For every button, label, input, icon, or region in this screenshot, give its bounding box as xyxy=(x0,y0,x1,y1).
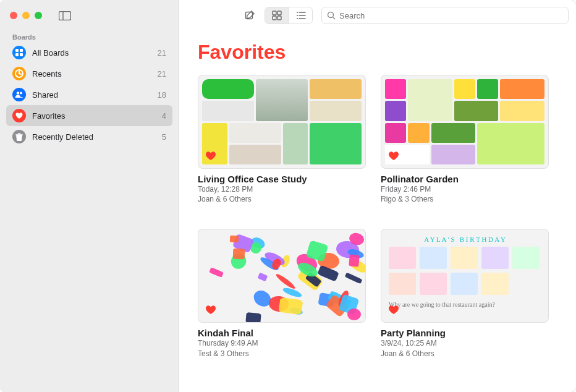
board-people: Test & 3 Others xyxy=(198,349,366,359)
grid-icon xyxy=(12,46,26,59)
view-switcher xyxy=(265,7,313,24)
zoom-window-button[interactable] xyxy=(35,12,42,19)
trash-icon xyxy=(12,130,26,143)
clock-icon xyxy=(12,67,26,80)
svg-rect-3 xyxy=(20,49,23,52)
svg-rect-13 xyxy=(277,11,281,15)
grid-icon xyxy=(272,11,282,20)
search-field[interactable] xyxy=(321,7,569,24)
sidebar-item-count: 21 xyxy=(158,48,166,58)
svg-rect-2 xyxy=(15,49,19,52)
sidebar-icon xyxy=(59,11,71,20)
list-icon xyxy=(296,11,306,20)
svg-point-8 xyxy=(20,92,22,95)
board-card[interactable]: Kindah FinalThursday 9:49 AMTest & 3 Oth… xyxy=(198,229,366,358)
search-icon xyxy=(327,11,336,20)
sidebar-item-recents[interactable]: Recents21 xyxy=(6,63,172,84)
svg-rect-10 xyxy=(15,134,23,135)
board-title: Party Planning xyxy=(381,328,549,338)
sidebar-item-label: Recents xyxy=(32,69,62,79)
titlebar-left xyxy=(0,0,179,31)
compose-icon xyxy=(244,10,255,21)
sidebar-section-label: Boards xyxy=(0,31,179,42)
board-date: Friday 2:46 PM xyxy=(381,184,549,194)
board-people: Joan & 6 Others xyxy=(381,349,549,359)
svg-point-22 xyxy=(328,12,334,18)
main-area: Favorites Living Office Case StudyToday,… xyxy=(179,0,576,392)
svg-rect-5 xyxy=(20,53,23,56)
sidebar-item-count: 21 xyxy=(158,69,166,79)
favorite-badge[interactable] xyxy=(203,148,218,163)
board-card[interactable]: Living Office Case StudyToday, 12:28 PMJ… xyxy=(198,75,366,204)
svg-line-23 xyxy=(333,17,335,19)
heart-icon xyxy=(12,109,26,122)
svg-rect-4 xyxy=(15,53,19,56)
heart-icon xyxy=(388,305,399,315)
list-view-button[interactable] xyxy=(289,7,312,23)
sidebar-item-count: 18 xyxy=(158,90,166,100)
heart-icon xyxy=(205,305,216,315)
sidebar-item-count: 4 xyxy=(162,111,166,121)
grid-view-button[interactable] xyxy=(265,7,289,23)
content-area: Favorites Living Office Case StudyToday,… xyxy=(179,31,576,392)
sidebar: Boards All Boards21Recents21Shared18Favo… xyxy=(0,0,179,392)
sidebar-item-label: Shared xyxy=(32,90,58,100)
svg-rect-12 xyxy=(273,11,276,15)
sidebar-item-label: Favorites xyxy=(32,111,65,121)
boards-grid: Living Office Case StudyToday, 12:28 PMJ… xyxy=(198,75,557,359)
board-card[interactable]: A Y L A ' S B I R T H D A YWhy are we go… xyxy=(381,229,549,358)
minimize-window-button[interactable] xyxy=(22,12,30,19)
board-date: Thursday 9:49 AM xyxy=(198,338,366,348)
sidebar-item-all-boards[interactable]: All Boards21 xyxy=(6,42,172,63)
board-title: Living Office Case Study xyxy=(198,174,366,184)
favorite-badge[interactable] xyxy=(386,148,401,163)
page-title: Favorites xyxy=(198,41,557,64)
svg-rect-9 xyxy=(18,133,21,134)
people-icon xyxy=(12,88,26,101)
sidebar-toggle-button[interactable] xyxy=(54,7,75,23)
board-card[interactable]: Pollinator GardenFriday 2:46 PMRigo & 3 … xyxy=(381,75,549,204)
sidebar-list: All Boards21Recents21Shared18Favorites4R… xyxy=(0,42,179,147)
board-title: Kindah Final xyxy=(198,328,366,338)
toolbar xyxy=(179,0,576,31)
svg-rect-0 xyxy=(59,11,71,20)
traffic-lights xyxy=(10,12,42,19)
sidebar-item-recently-deleted[interactable]: Recently Deleted5 xyxy=(6,126,172,147)
board-people: Joan & 6 Others xyxy=(198,194,366,204)
svg-point-7 xyxy=(17,92,20,95)
sidebar-item-count: 5 xyxy=(162,132,166,142)
svg-point-20 xyxy=(297,18,298,19)
board-thumbnail[interactable] xyxy=(198,229,366,323)
board-date: 3/9/24, 10:25 AM xyxy=(381,338,549,348)
search-input[interactable] xyxy=(339,11,563,20)
close-window-button[interactable] xyxy=(10,12,17,19)
sidebar-item-shared[interactable]: Shared18 xyxy=(6,84,172,105)
board-date: Today, 12:28 PM xyxy=(198,184,366,194)
svg-point-18 xyxy=(297,15,298,16)
sidebar-item-label: Recently Deleted xyxy=(32,132,93,142)
heart-icon xyxy=(205,151,216,161)
board-title: Pollinator Garden xyxy=(381,174,549,184)
board-people: Rigo & 3 Others xyxy=(381,194,549,204)
heart-icon xyxy=(388,151,399,161)
board-thumbnail[interactable] xyxy=(198,75,366,169)
board-thumbnail[interactable]: A Y L A ' S B I R T H D A YWhy are we go… xyxy=(381,229,549,323)
favorite-badge[interactable] xyxy=(203,302,218,317)
compose-button[interactable] xyxy=(239,7,261,24)
favorite-badge[interactable] xyxy=(386,302,401,317)
app-window: Boards All Boards21Recents21Shared18Favo… xyxy=(0,0,576,392)
svg-point-16 xyxy=(297,12,298,13)
svg-rect-14 xyxy=(273,16,276,20)
board-thumbnail[interactable] xyxy=(381,75,549,169)
svg-rect-15 xyxy=(277,16,281,20)
sidebar-item-label: All Boards xyxy=(32,48,69,58)
sidebar-item-favorites[interactable]: Favorites4 xyxy=(6,105,172,126)
